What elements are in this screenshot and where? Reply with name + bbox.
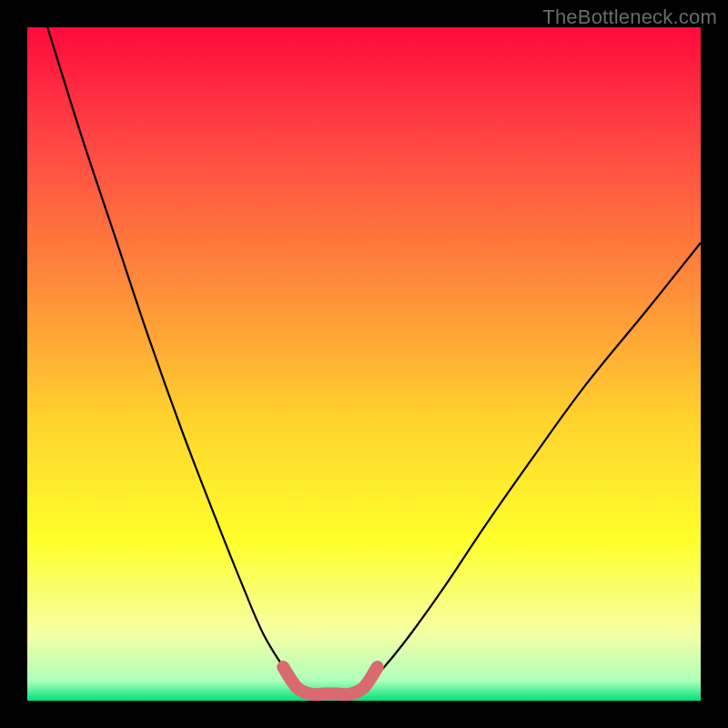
- gradient-background: [27, 27, 701, 701]
- bottleneck-chart: [27, 27, 701, 701]
- chart-frame: [27, 27, 701, 701]
- watermark: TheBottleneck.com: [542, 5, 717, 29]
